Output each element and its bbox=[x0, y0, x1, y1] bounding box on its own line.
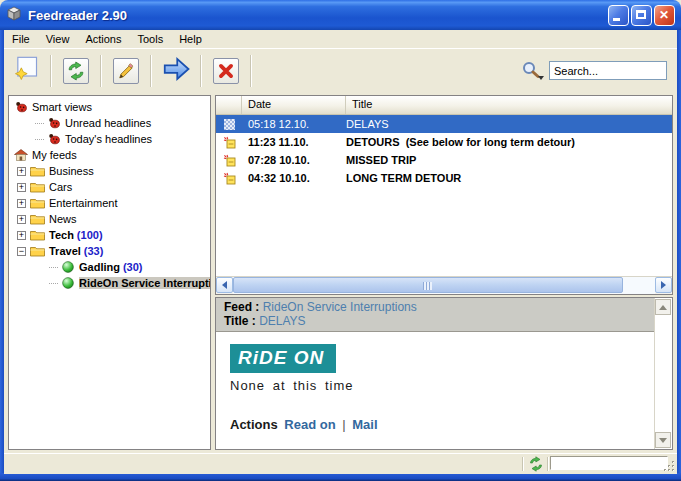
status-divider bbox=[522, 457, 524, 471]
headline-date: 05:18 12.10. bbox=[242, 118, 346, 130]
refresh-arrows-icon bbox=[63, 58, 89, 84]
link-separator: | bbox=[342, 417, 345, 432]
list-header: Date Title bbox=[216, 96, 672, 115]
headline-row[interactable]: 05:18 12.10.DELAYS bbox=[216, 115, 672, 133]
collapse-box[interactable]: − bbox=[17, 247, 26, 256]
expand-box[interactable]: + bbox=[17, 183, 26, 192]
blue-arrow-right-icon bbox=[161, 55, 191, 86]
headline-title: DELAYS bbox=[346, 118, 672, 130]
unread-item-icon bbox=[223, 172, 236, 185]
pencil-icon bbox=[113, 58, 139, 84]
preview-header: Feed : RideOn Service Interruptions Titl… bbox=[216, 298, 672, 332]
scrollbar-track[interactable] bbox=[233, 277, 655, 294]
scroll-right-button[interactable] bbox=[655, 277, 672, 293]
preview-pane: Feed : RideOn Service Interruptions Titl… bbox=[215, 297, 673, 450]
menu-tools[interactable]: Tools bbox=[129, 31, 171, 47]
scrollbar-thumb[interactable] bbox=[233, 277, 623, 293]
unread-count: (30) bbox=[123, 261, 143, 273]
tree-item-entertainment[interactable]: +Entertainment bbox=[9, 195, 210, 211]
new-feed-button[interactable] bbox=[4, 52, 48, 90]
scroll-up-button[interactable] bbox=[655, 299, 671, 315]
tree-item-label: Today's headlines bbox=[65, 133, 152, 145]
headline-row[interactable]: 07:28 10.10.MISSED TRIP bbox=[216, 151, 672, 169]
tree-item-label: Unread headlines bbox=[65, 117, 151, 129]
mail-link[interactable]: Mail bbox=[352, 417, 377, 432]
tree-item-label: RideOn Service Interruptions bbox=[79, 277, 211, 289]
feed-value: RideOn Service Interruptions bbox=[263, 300, 417, 314]
expand-box[interactable]: + bbox=[17, 215, 26, 224]
red-x-icon bbox=[213, 58, 239, 84]
expand-box[interactable]: + bbox=[17, 199, 26, 208]
menu-file[interactable]: File bbox=[4, 31, 38, 47]
unread-count: (100) bbox=[77, 229, 103, 241]
tree-item-cars[interactable]: +Cars bbox=[9, 179, 210, 195]
column-header-icon[interactable] bbox=[216, 96, 242, 114]
expand-box[interactable]: + bbox=[17, 231, 26, 240]
new-feed-star-icon bbox=[12, 55, 40, 86]
close-button[interactable]: ✕ bbox=[654, 5, 675, 26]
edit-button[interactable] bbox=[104, 52, 148, 90]
unread-item-icon bbox=[223, 154, 236, 167]
menu-actions[interactable]: Actions bbox=[77, 31, 129, 47]
tree-item-label: Cars bbox=[49, 181, 72, 193]
tree-item-business[interactable]: +Business bbox=[9, 163, 210, 179]
tree-item-news[interactable]: +News bbox=[9, 211, 210, 227]
headline-date: 11:23 11.10. bbox=[242, 136, 346, 148]
feed-icon bbox=[60, 277, 75, 290]
tree-item-travel[interactable]: −Travel(33) bbox=[9, 243, 210, 259]
title-bar: Feedreader 2.90 ✕ bbox=[0, 0, 681, 30]
folder-icon bbox=[30, 181, 45, 194]
unread-count: (33) bbox=[84, 245, 104, 257]
headline-title: DETOURS (See below for long term detour) bbox=[346, 136, 672, 148]
minimize-button[interactable] bbox=[608, 5, 629, 26]
next-unread-button[interactable] bbox=[154, 52, 198, 90]
tree-item-unread-headlines[interactable]: Unread headlines bbox=[9, 115, 210, 131]
search-input[interactable] bbox=[549, 61, 667, 80]
folder-icon bbox=[30, 165, 45, 178]
toolbar-separator bbox=[150, 55, 152, 87]
smartview-icon bbox=[13, 101, 28, 114]
tree-item-smart-views[interactable]: Smart views bbox=[9, 99, 210, 115]
menu-help[interactable]: Help bbox=[171, 31, 210, 47]
window-frame-right bbox=[677, 30, 681, 481]
column-header-title[interactable]: Title bbox=[346, 96, 672, 114]
headline-row[interactable]: 11:23 11.10.DETOURS (See below for long … bbox=[216, 133, 672, 151]
vertical-scrollbar[interactable] bbox=[654, 298, 672, 449]
tree-item-today-s-headlines[interactable]: Today's headlines bbox=[9, 131, 210, 147]
delete-button[interactable] bbox=[204, 52, 248, 90]
search-icon[interactable] bbox=[521, 60, 543, 82]
tree-connector bbox=[35, 123, 44, 124]
status-progress-field bbox=[550, 456, 668, 470]
window-frame-bottom bbox=[0, 473, 681, 481]
tree-item-tech[interactable]: +Tech(100) bbox=[9, 227, 210, 243]
toolbar-separator bbox=[250, 55, 252, 87]
app-cube-icon bbox=[6, 6, 22, 24]
horizontal-scrollbar[interactable] bbox=[216, 276, 672, 294]
expand-box[interactable]: + bbox=[17, 167, 26, 176]
scroll-down-button[interactable] bbox=[655, 432, 671, 448]
menu-view[interactable]: View bbox=[38, 31, 78, 47]
maximize-button[interactable] bbox=[631, 5, 652, 26]
feedreader-window: Feedreader 2.90 ✕ FileViewActionsToolsHe… bbox=[0, 0, 681, 481]
tree-item-my-feeds[interactable]: My feeds bbox=[9, 147, 210, 163]
tree-item-gadling[interactable]: Gadling(30) bbox=[9, 259, 210, 275]
headline-title: LONG TERM DETOUR bbox=[346, 172, 672, 184]
column-header-date[interactable]: Date bbox=[242, 96, 346, 114]
unread-item-icon bbox=[223, 136, 236, 149]
tree-item-rideon-service-interruptions[interactable]: RideOn Service Interruptions bbox=[9, 275, 210, 291]
read-on-link[interactable]: Read on bbox=[284, 417, 335, 432]
scroll-left-button[interactable] bbox=[216, 277, 233, 293]
tree-connector bbox=[35, 139, 44, 140]
search-dropdown-arrow[interactable] bbox=[538, 76, 544, 80]
tree-item-label: Tech bbox=[49, 229, 74, 241]
status-refresh-icon bbox=[528, 456, 544, 472]
resize-grip[interactable] bbox=[662, 459, 676, 473]
headline-row[interactable]: 04:32 10.10.LONG TERM DETOUR bbox=[216, 169, 672, 187]
tree-item-label: Business bbox=[49, 165, 94, 177]
folder-icon bbox=[30, 245, 45, 258]
tree-item-label: Smart views bbox=[32, 101, 92, 113]
status-bar bbox=[4, 453, 677, 474]
status-divider bbox=[547, 457, 549, 471]
refresh-button[interactable] bbox=[54, 52, 98, 90]
home-icon bbox=[13, 149, 28, 162]
